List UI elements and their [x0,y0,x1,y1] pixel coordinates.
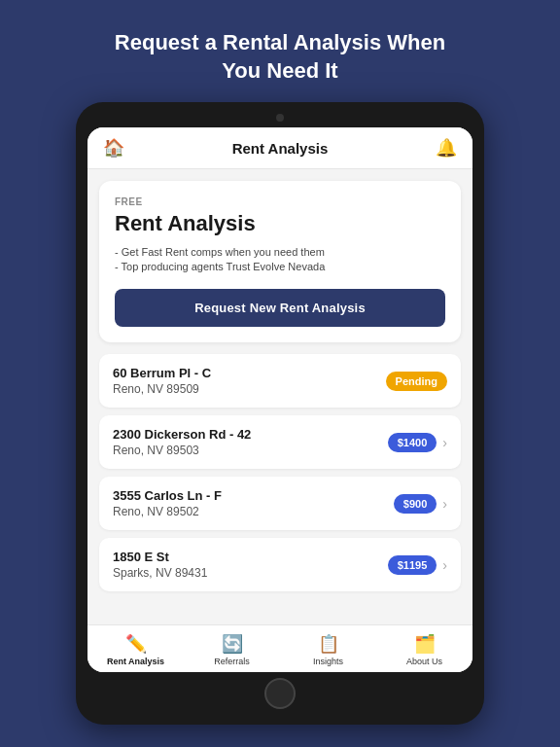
ipad-home-button[interactable] [264,678,296,709]
nav-bar: 🏠 Rent Analysis 🔔 [88,127,472,169]
home-icon[interactable]: 🏠 [103,137,124,159]
ipad-camera [276,114,284,122]
free-label: FREE [115,196,445,207]
property-address: 2300 Dickerson Rd - 42 [113,427,251,442]
nav-label: Rent Analysis [107,657,164,666]
price-badge: $900 [394,494,437,514]
promo-bullet-2: - Top producing agents Trust Evolve Neva… [115,261,445,272]
chevron-right-icon: › [442,557,447,573]
property-address: 1850 E St [113,550,207,564]
property-item[interactable]: 60 Berrum Pl - CReno, NV 89509Pending [99,354,461,408]
promo-title: Rent Analysis [115,211,445,236]
bottom-nav-item-about-us[interactable]: 🗂️About Us [376,633,472,666]
bell-icon[interactable]: 🔔 [436,137,457,159]
ipad-frame: 🏠 Rent Analysis 🔔 FREE Rent Analysis - G… [76,102,484,725]
nav-icon: 📋 [318,633,339,655]
nav-icon: 🔄 [222,633,243,655]
nav-label: Insights [313,657,343,666]
bottom-nav: ✏️Rent Analysis🔄Referrals📋Insights🗂️Abou… [88,624,472,672]
price-badge: $1195 [388,555,438,575]
nav-icon: ✏️ [125,633,147,655]
bottom-nav-item-referrals[interactable]: 🔄Referrals [184,633,280,666]
page-title: Request a Rental Analysis When You Need … [76,29,484,85]
chevron-right-icon: › [442,496,447,512]
main-content: FREE Rent Analysis - Get Fast Rent comps… [88,169,472,624]
bottom-nav-item-rent-analysis[interactable]: ✏️Rent Analysis [88,633,184,666]
property-city: Reno, NV 89502 [113,505,222,518]
chevron-right-icon: › [442,435,447,450]
property-city: Reno, NV 89509 [113,382,211,396]
property-address: 3555 Carlos Ln - F [113,488,222,503]
price-badge: $1400 [388,433,438,452]
pending-badge: Pending [386,372,447,391]
property-city: Sparks, NV 89431 [113,566,207,580]
request-rent-analysis-button[interactable]: Request New Rent Analysis [115,289,445,327]
promo-card: FREE Rent Analysis - Get Fast Rent comps… [99,181,461,342]
nav-icon: 🗂️ [414,633,436,655]
nav-label: Referrals [214,657,250,666]
nav-label: About Us [406,657,442,666]
nav-title: Rent Analysis [232,140,329,157]
property-address: 60 Berrum Pl - C [113,366,211,380]
property-city: Reno, NV 89503 [113,444,251,457]
property-list: 60 Berrum Pl - CReno, NV 89509Pending230… [99,354,461,591]
property-item[interactable]: 1850 E StSparks, NV 89431$1195› [99,538,461,591]
property-item[interactable]: 2300 Dickerson Rd - 42Reno, NV 89503$140… [99,415,461,469]
promo-bullet-1: - Get Fast Rent comps when you need them [115,246,445,258]
bottom-nav-item-insights[interactable]: 📋Insights [280,633,376,666]
property-item[interactable]: 3555 Carlos Ln - FReno, NV 89502$900› [99,477,461,530]
ipad-screen: 🏠 Rent Analysis 🔔 FREE Rent Analysis - G… [88,127,472,672]
